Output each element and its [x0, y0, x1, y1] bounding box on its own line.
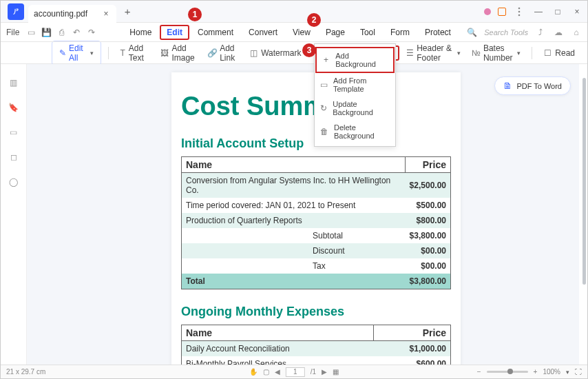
cell-price: $00.00 [406, 243, 451, 258]
scroll-thumb[interactable] [582, 78, 586, 285]
tool-label: Bates Number [483, 43, 514, 63]
save-icon[interactable]: 💾 [40, 26, 52, 39]
menu-convert[interactable]: Convert [242, 25, 284, 40]
account-dot-icon[interactable] [484, 8, 491, 15]
maximize-button[interactable]: □ [552, 6, 564, 18]
price-table: NamePriceConversion from Angular Systems… [181, 156, 451, 289]
minimize-button[interactable]: — [532, 6, 545, 18]
menu-form[interactable]: Form [384, 25, 417, 40]
price-table: NamePriceDaily Account Reconciliation$1,… [181, 325, 451, 365]
more-icon[interactable] [513, 6, 525, 18]
menu-page[interactable]: Page [319, 25, 352, 40]
chevron-down-icon[interactable]: ▾ [566, 369, 569, 376]
col-name: Name [182, 157, 406, 173]
menu-item-label: Add Background [335, 52, 388, 68]
cell-price: $2,500.00 [406, 173, 451, 198]
hand-tool-icon[interactable]: ✋ [249, 368, 258, 376]
zoom-controls: − + 100% ▾ ⛶ [477, 368, 582, 376]
tool-label: Header & Footer [417, 43, 454, 63]
edit-all-button[interactable]: ✎ Edit All ▾ [52, 41, 101, 65]
menu-protect[interactable]: Protect [418, 25, 458, 40]
headerfooter-icon: ☰ [406, 48, 414, 58]
add-link-button[interactable]: 🔗Add Link [203, 41, 242, 65]
col-name: Name [182, 325, 374, 341]
template-icon: ▭ [320, 81, 328, 89]
table-row: Subtotal$3,800.00 [182, 228, 451, 243]
add-from-template-item[interactable]: ▭Add From Template [315, 73, 395, 96]
read-button[interactable]: ☐Read [538, 46, 579, 60]
select-tool-icon[interactable]: ▢ [263, 368, 269, 376]
share-icon[interactable]: ⤴ [535, 27, 546, 38]
table-row: Time period covered: JAN 01, 2021 to Pre… [182, 198, 451, 213]
redo-icon[interactable]: ↷ [85, 26, 98, 39]
attachments-icon[interactable]: ▭ [8, 126, 20, 139]
menubar-right: 🔍 Search Tools ⤴ ☁ ⌂ [466, 27, 582, 38]
update-background-item[interactable]: ↻Update Background [315, 96, 395, 120]
col-price: Price [373, 325, 450, 341]
watermark-button[interactable]: ◫Watermark▾ [244, 46, 311, 60]
bates-number-button[interactable]: №Bates Number▾ [468, 41, 525, 65]
thumbnails-icon[interactable]: ▥ [8, 76, 20, 89]
add-background-item[interactable]: +Add Background [315, 47, 395, 73]
callout-1: 1 [188, 8, 202, 21]
close-window-button[interactable]: × [571, 6, 583, 18]
read-icon: ☐ [543, 48, 552, 58]
menu-item-label: Update Background [333, 100, 390, 116]
chevron-down-icon: ▾ [517, 50, 521, 57]
table-row: Bi-Monthly Payroll Services$600.00 [182, 356, 451, 365]
delete-background-item[interactable]: 🗑Delete Background [315, 120, 395, 143]
cloud-icon[interactable]: ☁ [553, 27, 564, 38]
menu-edit[interactable]: Edit [160, 25, 189, 40]
zoom-in-icon[interactable]: + [534, 368, 538, 376]
menu-comment[interactable]: Comment [191, 25, 240, 40]
menu-home[interactable]: Home [123, 25, 158, 40]
right-scrollbar[interactable] [579, 64, 587, 365]
bookmarks-icon[interactable]: 🔖 [8, 101, 20, 114]
notification-icon[interactable] [498, 8, 506, 16]
table-row: Conversion from Angular Systems Inc. to … [182, 173, 451, 198]
search-tools-input[interactable]: Search Tools [484, 28, 528, 37]
zoom-slider[interactable] [487, 371, 528, 373]
close-tab-icon[interactable]: × [101, 9, 111, 19]
pencil-icon: ✎ [59, 48, 66, 58]
page-size: 21 x 29.7 cm [6, 368, 45, 376]
file-menu[interactable]: File [1, 28, 25, 37]
pdf-to-word-label: PDF To Word [516, 82, 562, 90]
cell-price: $800.00 [406, 213, 451, 228]
page-nav: ✋ ▢ ◀ 1 /1 ▶ ▦ [249, 367, 339, 377]
menu-tool[interactable]: Tool [353, 25, 382, 40]
search-icon: 🔍 [466, 27, 477, 38]
add-image-button[interactable]: 🖼Add Image [156, 41, 200, 65]
update-icon: ↻ [320, 104, 327, 112]
new-tab-button[interactable]: + [120, 5, 134, 19]
view-mode-icon[interactable]: ▦ [333, 368, 339, 376]
app-icon: ㄕ [8, 3, 24, 20]
main-menu: HomeEditCommentConvertViewPageToolFormPr… [123, 25, 458, 40]
fit-page-icon[interactable]: ⛶ [575, 368, 582, 376]
header-footer-button[interactable]: ☰Header & Footer▾ [402, 41, 465, 65]
status-bar: 21 x 29.7 cm ✋ ▢ ◀ 1 /1 ▶ ▦ − + 100% ▾ ⛶ [1, 365, 587, 378]
callout-2: 2 [307, 13, 321, 27]
undo-icon[interactable]: ↶ [70, 26, 83, 39]
col-price: Price [406, 157, 451, 173]
svg-point-2 [518, 14, 521, 17]
text-icon: T [119, 48, 125, 58]
zoom-out-icon[interactable]: − [477, 368, 481, 376]
search-side-icon[interactable]: ◯ [8, 176, 20, 188]
next-page-icon[interactable]: ▶ [322, 368, 327, 376]
document-canvas[interactable]: Cost Summa Initial Account SetupNamePric… [27, 64, 579, 365]
pdf-to-word-button[interactable]: 🗎 PDF To Word [494, 76, 571, 95]
document-tab[interactable]: accounting.pdf × [28, 5, 116, 23]
add-text-button[interactable]: TAdd Text [115, 41, 154, 65]
print-icon[interactable]: ⎙ [55, 26, 67, 39]
cell-name: Discount [182, 243, 406, 258]
home-icon[interactable]: ⌂ [571, 27, 582, 38]
table-row: Discount$00.00 [182, 243, 451, 258]
menu-item-label: Delete Background [334, 123, 390, 140]
layers-icon[interactable]: ◻ [8, 151, 20, 163]
page-input[interactable]: 1 [286, 367, 305, 377]
watermark-icon: ◫ [249, 48, 258, 58]
prev-page-icon[interactable]: ◀ [275, 368, 280, 376]
cell-price: $3,800.00 [406, 228, 451, 243]
open-icon[interactable]: ▭ [25, 26, 37, 39]
